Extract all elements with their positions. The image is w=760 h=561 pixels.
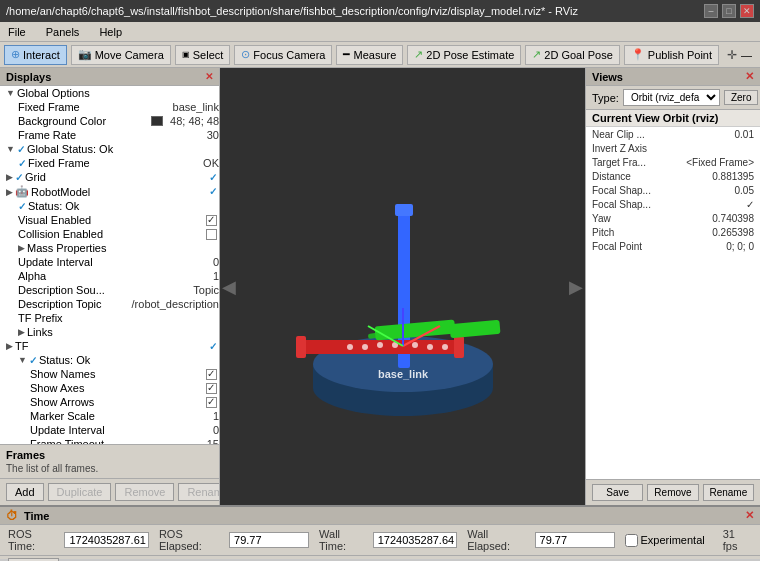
svg-text:base_link: base_link [378,368,429,380]
remove-button[interactable]: Remove [115,483,174,501]
views-save-button[interactable]: Save [592,484,643,501]
tree-item-desc-source[interactable]: Description Sou... Topic [0,283,219,297]
publish-point-button[interactable]: 📍 Publish Point [624,45,719,65]
close-button[interactable]: ✕ [740,4,754,18]
views-current-section[interactable]: Current View Orbit (rviz) [586,110,760,127]
pose-2d-button[interactable]: ↗ 2D Pose Estimate [407,45,521,65]
tree-item-tf[interactable]: ▶ TF ✓ [0,339,219,353]
tree-item-tf-prefix[interactable]: TF Prefix [0,311,219,325]
tree-item-tf-status[interactable]: ▼ ✓ Status: Ok [0,353,219,367]
item-label: Global Options [17,87,219,99]
arrow-icon: ▼ [6,88,15,98]
time-close[interactable]: ✕ [745,509,754,522]
displays-tree[interactable]: ▼ Global Options Fixed Frame base_link B… [0,86,219,444]
tree-item-marker-scale[interactable]: Marker Scale 1 [0,409,219,423]
add-button[interactable]: Add [6,483,44,501]
checkbox-icon[interactable] [206,383,217,394]
tree-item-show-arrows[interactable]: Show Arrows [0,395,219,409]
views-zero-button[interactable]: Zero [724,90,759,105]
item-value: base_link [173,101,219,113]
item-value: 1 [213,410,219,422]
tree-item-global-options[interactable]: ▼ Global Options [0,86,219,100]
views-row-label: Focal Shap... [592,185,735,196]
experimental-checkbox[interactable] [625,534,638,547]
tree-item-desc-topic[interactable]: Description Topic /robot_description [0,297,219,311]
arrow-icon: ▶ [18,243,25,253]
fps-display: 31 fps [723,528,752,552]
views-row-focal-shape-2[interactable]: Focal Shap... ✓ [586,197,760,211]
item-label: Status: Ok [39,354,219,366]
footer-desc: The list of all frames. [6,463,213,474]
views-row-yaw[interactable]: Yaw 0.740398 [586,211,760,225]
tree-item-alpha[interactable]: Alpha 1 [0,269,219,283]
interact-button[interactable]: ⊕ Interact [4,45,67,65]
checkbox-icon[interactable] [206,229,217,240]
menu-panels[interactable]: Panels [42,24,84,40]
duplicate-button[interactable]: Duplicate [48,483,112,501]
tree-item-robot-model[interactable]: ▶ 🤖 RobotModel ✓ [0,184,219,199]
focus-camera-button[interactable]: ⊙ Focus Camera [234,45,332,65]
tree-item-update-interval-tf[interactable]: Update Interval 0 [0,423,219,437]
views-row-value: 0.881395 [712,171,754,182]
panel-buttons: Add Duplicate Remove Rename [0,478,219,505]
tree-item-robot-status[interactable]: ✓ Status: Ok [0,199,219,213]
rename-button[interactable]: Rename [178,483,220,501]
tree-item-collision-enabled[interactable]: Collision Enabled [0,227,219,241]
views-row-target-frame[interactable]: Target Fra... <Fixed Frame> [586,155,760,169]
menu-help[interactable]: Help [95,24,126,40]
tree-item-frame-rate[interactable]: Frame Rate 30 [0,128,219,142]
checkbox-icon[interactable] [206,369,217,380]
views-row-focal-shape-1[interactable]: Focal Shap... 0.05 [586,183,760,197]
tree-item-fixed-frame[interactable]: Fixed Frame base_link [0,100,219,114]
item-label: Status: Ok [28,200,219,212]
nav-right-arrow[interactable]: ▶ [569,276,583,298]
tree-item-show-names[interactable]: Show Names [0,367,219,381]
minimize-button[interactable]: – [704,4,718,18]
views-row-distance[interactable]: Distance 0.881395 [586,169,760,183]
views-rename-button[interactable]: Rename [703,484,754,501]
tree-item-background-color[interactable]: Background Color 48; 48; 48 [0,114,219,128]
item-value: 1 [213,270,219,282]
tree-item-links[interactable]: ▶ Links [0,325,219,339]
views-type-dropdown[interactable]: Orbit (rviz_defa [623,89,720,106]
goal-2d-button[interactable]: ↗ 2D Goal Pose [525,45,619,65]
views-header: Views ✕ [586,68,760,86]
titlebar-title: /home/an/chapt6/chapt6_ws/install/fishbo… [6,5,578,17]
move-camera-button[interactable]: 📷 Move Camera [71,45,171,65]
maximize-button[interactable]: □ [722,4,736,18]
svg-rect-8 [454,336,464,358]
tree-item-frame-timeout[interactable]: Frame Timeout 15 [0,437,219,444]
views-panel: Views ✕ Type: Orbit (rviz_defa Zero Curr… [585,68,760,505]
measure-icon: ━ [343,48,350,61]
views-close[interactable]: ✕ [745,70,754,83]
menubar: File Panels Help [0,22,760,42]
menu-file[interactable]: File [4,24,30,40]
displays-close[interactable]: ✕ [205,71,213,82]
tree-item-visual-enabled[interactable]: Visual Enabled [0,213,219,227]
checkbox-icon[interactable] [206,215,217,226]
displays-panel: Displays ✕ ▼ Global Options Fixed Frame … [0,68,220,505]
checkbox-icon[interactable] [206,397,217,408]
svg-point-13 [362,344,368,350]
tree-item-fixed-frame-ok[interactable]: ✓ Fixed Frame OK [0,156,219,170]
tree-item-grid[interactable]: ▶ ✓ Grid ✓ [0,170,219,184]
views-remove-button[interactable]: Remove [647,484,698,501]
views-row-focal-point[interactable]: Focal Point 0; 0; 0 [586,239,760,253]
tree-item-show-axes[interactable]: Show Axes [0,381,219,395]
measure-button[interactable]: ━ Measure [336,45,403,65]
item-label: Marker Scale [30,410,209,422]
tree-item-update-interval[interactable]: Update Interval 0 [0,255,219,269]
views-row-value: ✓ [746,199,754,210]
tree-item-global-status[interactable]: ▼ ✓ Global Status: Ok [0,142,219,156]
views-row-invert-z[interactable]: Invert Z Axis [586,141,760,155]
views-row-near-clip[interactable]: Near Clip ... 0.01 [586,127,760,141]
views-title: Views [592,71,623,83]
nav-left-arrow[interactable]: ◀ [222,276,236,298]
experimental-check[interactable]: Experimental [625,534,705,547]
select-button[interactable]: ▣ Select [175,45,231,65]
goal-icon: ↗ [532,48,541,61]
viewport[interactable]: base_link ◀ ▶ [220,68,585,505]
tree-item-mass-props[interactable]: ▶ Mass Properties [0,241,219,255]
wall-time-value: 1724035287.64 [373,532,458,548]
views-row-pitch[interactable]: Pitch 0.265398 [586,225,760,239]
